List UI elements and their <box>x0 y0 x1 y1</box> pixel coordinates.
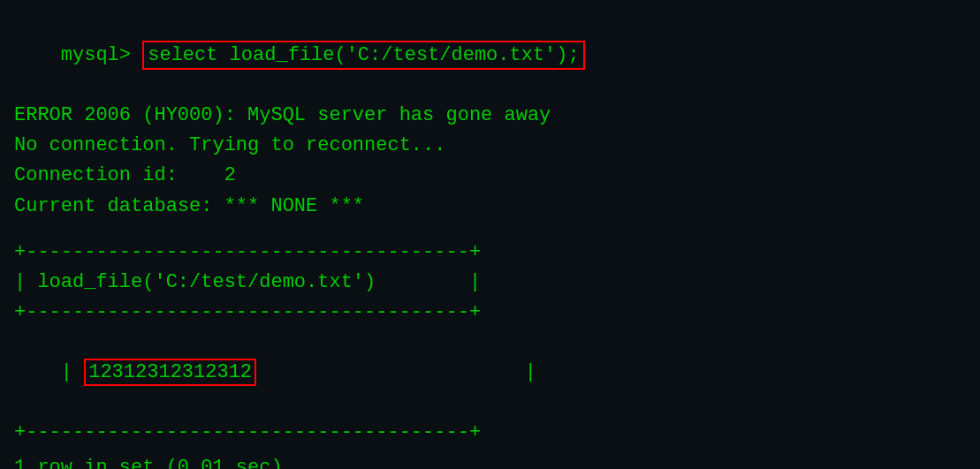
connection-id-line: Connection id: 2 <box>14 161 966 191</box>
table-pipe-right: | <box>256 361 536 383</box>
table-pipe-left: | <box>61 361 84 383</box>
command-highlight: select load_file('C:/test/demo.txt'); <box>142 41 584 70</box>
table-border-top: +--------------------------------------+ <box>14 238 966 268</box>
error-line: ERROR 2006 (HY000): MySQL server has gon… <box>14 101 966 131</box>
spacer-1 <box>14 222 966 238</box>
no-connection-line: No connection. Trying to reconnect... <box>14 131 966 161</box>
table-value-highlight: 12312312312312 <box>84 359 256 386</box>
command-line: mysql> select load_file('C:/test/demo.tx… <box>14 11 966 101</box>
table-header-row: | load_file('C:/test/demo.txt') | <box>14 268 966 298</box>
terminal-window: mysql> select load_file('C:/test/demo.tx… <box>0 0 980 469</box>
table-value-row: | 12312312312312 | <box>14 328 966 418</box>
prompt-1: mysql> <box>61 44 142 66</box>
current-db-line: Current database: *** NONE *** <box>14 192 966 222</box>
table-border-bottom: +--------------------------------------+ <box>14 418 966 448</box>
table-border-middle: +--------------------------------------+ <box>14 298 966 328</box>
row-count-line: 1 row in set (0.01 sec) <box>14 453 966 469</box>
